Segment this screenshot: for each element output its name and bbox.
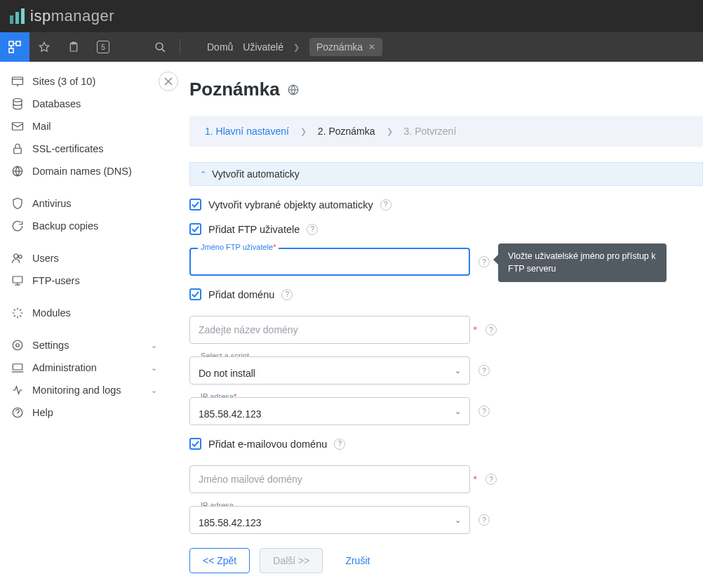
sidebar-item-dns[interactable]: Domain names (DNS) [0, 160, 168, 182]
help-icon[interactable]: ? [478, 365, 490, 376]
sidebar-item-users[interactable]: Users [0, 247, 168, 269]
database-icon [11, 98, 24, 110]
checkbox-add-domain[interactable] [189, 288, 201, 300]
svg-rect-2 [9, 48, 13, 53]
svg-point-20 [14, 254, 18, 258]
svg-rect-16 [13, 123, 23, 131]
help-icon[interactable]: ? [478, 256, 490, 267]
sidebar-item-antivirus[interactable]: Antivirus [0, 192, 168, 215]
cancel-button[interactable]: Zrušit [333, 548, 382, 573]
sidebar: Sites (3 of 10) Databases Mail SSL-certi… [0, 62, 168, 588]
mail-domain-input[interactable] [189, 465, 470, 493]
sidebar-item-ftp[interactable]: FTP-users [0, 269, 168, 292]
dashboard-icon[interactable] [0, 32, 29, 62]
chevron-right-icon: ❯ [387, 127, 393, 136]
checkbox-label: Vytvořit vybrané objekty automaticky [208, 199, 373, 211]
sites-icon [11, 75, 24, 88]
counter-badge[interactable]: 5 [88, 32, 118, 62]
sidebar-label: Administration [32, 362, 97, 373]
sidebar-label: Users [32, 253, 59, 264]
sidebar-item-ssl[interactable]: SSL-certificates [0, 138, 168, 160]
svg-rect-17 [14, 148, 22, 154]
required-marker: * [474, 474, 477, 485]
mail-icon [11, 120, 24, 133]
help-icon[interactable]: ? [281, 289, 293, 300]
script-select[interactable]: Do not install ⌄ [189, 356, 470, 385]
sidebar-item-settings[interactable]: Settings ⌄ [0, 334, 168, 356]
main-content: Poznámka 1. Hlavní nastavení ❯ 2. Poznám… [168, 62, 703, 588]
clipboard-icon[interactable] [59, 32, 88, 62]
monitoring-icon [11, 384, 24, 396]
breadcrumb-users[interactable]: Uživatelé [243, 41, 283, 53]
sidebar-item-mail[interactable]: Mail [0, 115, 168, 138]
ftp-icon [11, 274, 24, 287]
settings-icon [11, 339, 24, 352]
sidebar-item-databases[interactable]: Databases [0, 93, 168, 115]
toolbar-divider [180, 39, 180, 55]
sidebar-label: Help [32, 407, 53, 418]
svg-point-25 [13, 340, 22, 350]
select-value: 185.58.42.123 [199, 517, 262, 528]
chevron-down-icon: ⌄ [151, 386, 157, 395]
sidebar-item-help[interactable]: Help [0, 401, 168, 424]
breadcrumb-current-tab: Poznámka ✕ [309, 38, 382, 56]
svg-rect-12 [13, 77, 23, 85]
sidebar-label: Databases [32, 98, 81, 109]
close-tab-icon[interactable]: ✕ [368, 42, 375, 52]
checkbox-label: Přidat FTP uživatele [208, 224, 300, 235]
tooltip: Vložte uživatelské jméno pro přístup k F… [498, 243, 667, 282]
next-button[interactable]: Další >> [260, 548, 323, 573]
svg-point-21 [19, 255, 22, 259]
svg-line-9 [161, 48, 164, 51]
sidebar-item-modules[interactable]: Modules [0, 302, 168, 324]
checkbox-add-mail-domain[interactable] [189, 438, 201, 450]
step-1[interactable]: 1. Hlavní nastavení [205, 126, 289, 137]
step-2: 2. Poznámka [318, 126, 375, 137]
help-icon[interactable]: ? [380, 199, 391, 211]
sidebar-label: FTP-users [32, 275, 80, 286]
section-auto-create[interactable]: ⌃ Vytvořit automaticky [189, 162, 703, 186]
ftp-username-input[interactable] [189, 248, 470, 276]
checkbox-auto-create[interactable] [189, 199, 201, 211]
field-label: Jméno FTP uživatele [201, 243, 273, 251]
help-icon[interactable]: ? [307, 224, 318, 235]
chevron-down-icon: ⌄ [455, 366, 461, 375]
checkbox-add-ftp[interactable] [189, 223, 201, 235]
help-icon[interactable]: ? [486, 324, 497, 335]
help-icon[interactable]: ? [334, 439, 345, 450]
breadcrumb-home[interactable]: Domů [207, 41, 233, 53]
help-icon[interactable]: ? [478, 514, 490, 526]
help-icon[interactable]: ? [486, 474, 497, 485]
chevron-up-icon: ⌃ [200, 170, 206, 179]
breadcrumb-current-label: Poznámka [316, 41, 363, 53]
brand-light: isp [30, 7, 51, 25]
svg-point-15 [13, 99, 22, 102]
svg-rect-1 [16, 41, 20, 46]
sidebar-label: Mail [32, 121, 51, 132]
sidebar-item-sites[interactable]: Sites (3 of 10) [0, 70, 168, 93]
back-button[interactable]: << Zpět [189, 548, 250, 573]
select-value: Do not install [199, 368, 255, 379]
sidebar-item-backup[interactable]: Backup copies [0, 215, 168, 237]
sidebar-item-monitoring[interactable]: Monitoring and logs ⌄ [0, 379, 168, 401]
favorite-star-icon[interactable] [29, 32, 59, 62]
required-marker: * [273, 243, 276, 251]
checkbox-label: Přidat e-mailovou doménu [208, 439, 327, 450]
page-title: Poznámka [189, 79, 280, 100]
svg-point-8 [156, 43, 163, 50]
svg-rect-0 [9, 41, 13, 46]
svg-rect-27 [13, 364, 22, 370]
sidebar-label: Monitoring and logs [32, 385, 121, 396]
help-icon[interactable]: ? [478, 406, 490, 417]
laptop-icon [11, 361, 24, 374]
lock-icon [11, 142, 24, 155]
ip-select[interactable]: 185.58.42.123 ⌄ [189, 397, 470, 425]
ip2-select[interactable]: 185.58.42.123 ⌄ [189, 506, 470, 534]
topbar: ispmanager [0, 0, 703, 32]
breadcrumb: Domů Uživatelé ❯ Poznámka ✕ [207, 38, 382, 56]
domain-name-input[interactable] [189, 316, 470, 344]
chevron-down-icon: ⌄ [455, 516, 461, 525]
search-icon[interactable] [146, 41, 174, 53]
sidebar-item-administration[interactable]: Administration ⌄ [0, 356, 168, 379]
svg-point-26 [16, 344, 20, 347]
